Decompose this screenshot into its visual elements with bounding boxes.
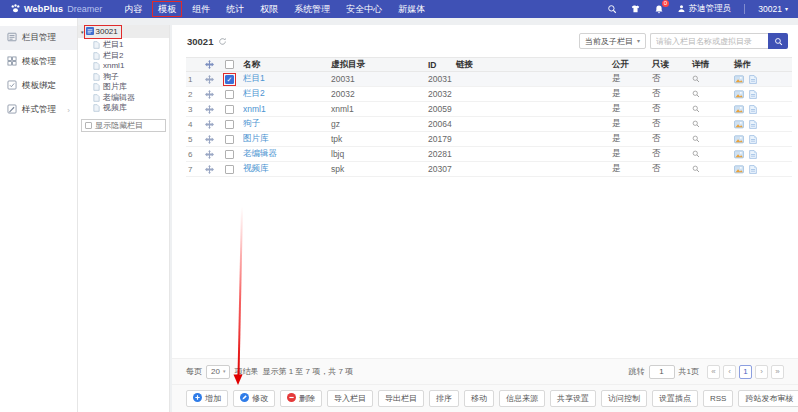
select-all-checkbox[interactable] bbox=[225, 60, 234, 69]
tree-node-image-lib[interactable]: 图片库 bbox=[78, 82, 169, 93]
tree-node-root[interactable]: ▾ 30021 bbox=[78, 25, 169, 38]
nav-item-component[interactable]: 组件 bbox=[184, 0, 218, 18]
tree-node-column1[interactable]: 栏目1 bbox=[78, 40, 169, 51]
user-menu[interactable]: 苏迪管理员 bbox=[677, 3, 732, 15]
per-page-select[interactable]: 20 ▾ bbox=[206, 365, 230, 379]
move-icon[interactable] bbox=[205, 120, 214, 129]
column-search-input[interactable] bbox=[650, 33, 768, 49]
column-name-link[interactable]: 视频库 bbox=[243, 163, 269, 173]
show-hidden-columns-toggle[interactable]: 显示隐藏栏目 bbox=[81, 119, 166, 132]
tree-node-old-editor[interactable]: 老编辑器 bbox=[78, 93, 169, 104]
document-icon[interactable] bbox=[749, 120, 757, 129]
preview-icon[interactable] bbox=[734, 105, 744, 114]
jump-page-input[interactable] bbox=[649, 365, 675, 379]
move-icon[interactable] bbox=[205, 150, 214, 159]
preview-icon[interactable] bbox=[734, 90, 744, 99]
row-checkbox[interactable] bbox=[225, 120, 234, 129]
sidebar: 栏目管理 模板管理 模板绑定 样式管理 › bbox=[0, 18, 78, 412]
share-settings-button[interactable]: 共享设置 bbox=[550, 390, 596, 407]
row-checkbox[interactable] bbox=[225, 150, 234, 159]
pager-page-1-button[interactable]: 1 bbox=[739, 365, 752, 379]
document-icon[interactable] bbox=[749, 105, 757, 114]
bell-icon[interactable]: 0 bbox=[654, 4, 664, 15]
store-icon[interactable] bbox=[630, 4, 641, 14]
sidebar-item-template-manage[interactable]: 模板管理 bbox=[0, 50, 77, 74]
tree-node-column2[interactable]: 栏目2 bbox=[78, 51, 169, 62]
document-icon[interactable] bbox=[749, 75, 757, 84]
cell-id: 20281 bbox=[428, 149, 456, 159]
access-control-button[interactable]: 访问控制 bbox=[601, 390, 647, 407]
brand-logo[interactable]: WebPlus Dreamer bbox=[10, 3, 102, 16]
pager-prev-button[interactable]: ‹ bbox=[723, 365, 736, 379]
import-columns-button[interactable]: 导入栏目 bbox=[327, 390, 373, 407]
column-name-link[interactable]: xnml1 bbox=[243, 104, 266, 114]
add-button[interactable]: 增加 bbox=[186, 390, 228, 407]
nav-item-security-center[interactable]: 安全中心 bbox=[338, 0, 390, 18]
pager-first-button[interactable]: « bbox=[707, 365, 720, 379]
preview-icon[interactable] bbox=[734, 135, 744, 144]
edit-button[interactable]: 修改 bbox=[233, 390, 275, 407]
pager-last-button[interactable]: » bbox=[771, 365, 784, 379]
magnifier-icon[interactable] bbox=[692, 165, 700, 173]
tree-expand-icon[interactable]: ▾ bbox=[81, 29, 84, 35]
refresh-icon[interactable] bbox=[218, 37, 227, 46]
row-checkbox[interactable] bbox=[225, 90, 234, 99]
tree-node-gouzi[interactable]: 狗子 bbox=[78, 72, 169, 83]
row-checkbox[interactable] bbox=[225, 75, 234, 84]
sidebar-item-column-manage[interactable]: 栏目管理 bbox=[0, 26, 77, 50]
magnifier-icon[interactable] bbox=[692, 135, 700, 143]
nav-item-statistics[interactable]: 统计 bbox=[218, 0, 252, 18]
tree-node-label: 栏目2 bbox=[103, 51, 123, 62]
preview-icon[interactable] bbox=[734, 120, 744, 129]
move-icon[interactable] bbox=[205, 105, 214, 114]
info-source-button[interactable]: 信息来源 bbox=[499, 390, 545, 407]
magnifier-icon[interactable] bbox=[692, 150, 700, 158]
action-toolbar: 增加 修改 删除 导入栏目 导出栏目 排序 移动 信息来源 共享设置 访问控制 … bbox=[172, 384, 798, 412]
column-name-link[interactable]: 栏目1 bbox=[243, 73, 265, 83]
nav-item-template[interactable]: 模板 bbox=[150, 0, 184, 18]
search-icon[interactable] bbox=[607, 4, 617, 14]
preview-icon[interactable] bbox=[734, 75, 744, 84]
sidebar-item-style-manage[interactable]: 样式管理 › bbox=[0, 98, 77, 122]
show-hidden-checkbox[interactable] bbox=[85, 122, 92, 129]
row-checkbox[interactable] bbox=[225, 165, 234, 174]
cross-site-publish-audit-button[interactable]: 跨站发布审核 bbox=[738, 390, 798, 407]
column-name-link[interactable]: 图片库 bbox=[243, 133, 269, 143]
nav-item-permission[interactable]: 权限 bbox=[252, 0, 286, 18]
search-button[interactable] bbox=[768, 33, 788, 49]
preview-icon[interactable] bbox=[734, 150, 744, 159]
export-columns-button[interactable]: 导出栏目 bbox=[378, 390, 424, 407]
document-icon[interactable] bbox=[749, 165, 757, 174]
magnifier-icon[interactable] bbox=[692, 105, 700, 113]
rss-button[interactable]: RSS bbox=[703, 390, 733, 407]
magnifier-icon[interactable] bbox=[692, 75, 700, 83]
nav-item-new-media[interactable]: 新媒体 bbox=[390, 0, 433, 18]
preview-icon[interactable] bbox=[734, 165, 744, 174]
nav-item-system-manage[interactable]: 系统管理 bbox=[286, 0, 338, 18]
move-icon[interactable] bbox=[205, 165, 214, 174]
move-icon[interactable] bbox=[205, 75, 214, 84]
site-switcher[interactable]: 30021 ▾ bbox=[758, 4, 788, 14]
pager-next-button[interactable]: › bbox=[755, 365, 768, 379]
column-name-link[interactable]: 栏目2 bbox=[243, 88, 265, 98]
magnifier-icon[interactable] bbox=[692, 90, 700, 98]
document-icon[interactable] bbox=[749, 150, 757, 159]
document-icon[interactable] bbox=[749, 135, 757, 144]
delete-button[interactable]: 删除 bbox=[280, 390, 322, 407]
sort-button[interactable]: 排序 bbox=[429, 390, 459, 407]
tree-node-xnml1[interactable]: xnml1 bbox=[78, 61, 169, 72]
row-checkbox[interactable] bbox=[225, 135, 234, 144]
tree-node-video-lib[interactable]: 视频库 bbox=[78, 103, 169, 114]
move-icon[interactable] bbox=[205, 135, 214, 144]
magnifier-icon[interactable] bbox=[692, 120, 700, 128]
move-icon[interactable] bbox=[205, 90, 214, 99]
scope-select[interactable]: 当前及子栏目 ▾ bbox=[579, 33, 646, 49]
row-checkbox[interactable] bbox=[225, 105, 234, 114]
column-name-link[interactable]: 狗子 bbox=[243, 118, 260, 128]
move-button[interactable]: 移动 bbox=[464, 390, 494, 407]
column-name-link[interactable]: 老编辑器 bbox=[243, 148, 277, 158]
sidebar-item-template-bind[interactable]: 模板绑定 bbox=[0, 74, 77, 98]
set-node-button[interactable]: 设置插点 bbox=[652, 390, 698, 407]
document-icon[interactable] bbox=[749, 90, 757, 99]
nav-item-content[interactable]: 内容 bbox=[116, 0, 150, 18]
